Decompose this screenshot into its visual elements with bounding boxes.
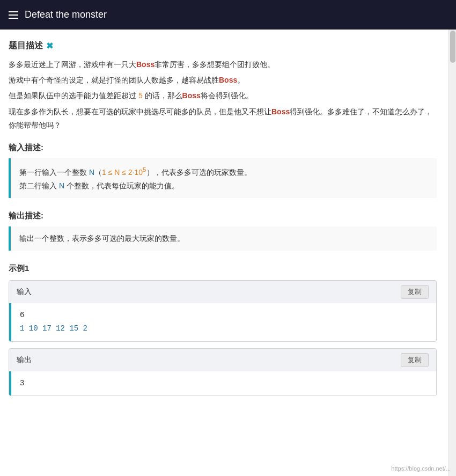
problem-section-title: 题目描述 ✖ [9,40,437,52]
example-output-value: 3 [20,377,428,390]
example-input-block: 输入 复制 6 1 10 17 12 15 2 [9,280,437,341]
example-input-line1: 6 [20,309,428,322]
example-output-copy-button[interactable]: 复制 [401,353,429,367]
main-content: 题目描述 ✖ 多多最近迷上了网游，游戏中有一只大Boss非常厉害，多多想要组个团… [0,30,445,424]
example-output-header: 输出 复制 [9,349,436,371]
input-section: 输入描述: 第一行输入一个整数 N（1 ≤ N ≤ 2·105），代表多多可选的… [9,143,437,198]
menu-icon[interactable] [9,11,18,19]
output-section-title: 输出描述: [9,211,437,221]
example-input-line2: 1 10 17 12 15 2 [20,322,428,335]
example-output-label: 输出 [17,355,32,365]
output-description-box: 输出一个整数，表示多多可选的最大玩家的数量。 [9,226,437,251]
desc-line-1: 多多最近迷上了网游，游戏中有一只大Boss非常厉害，多多想要组个团打败他。 [9,58,437,71]
example-input-header: 输入 复制 [9,281,436,303]
example-input-body: 6 1 10 17 12 15 2 [9,303,436,341]
problem-description: 多多最近迷上了网游，游戏中有一只大Boss非常厉害，多多想要组个团打败他。 游戏… [9,58,437,132]
input-description-box: 第一行输入一个整数 N（1 ≤ N ≤ 2·105），代表多多可选的玩家数量。 … [9,158,437,198]
desc-line-4: 现在多多作为队长，想要在可选的玩家中挑选尽可能多的队员，但是他又不想让Boss得… [9,105,437,132]
output-section: 输出描述: 输出一个整数，表示多多可选的最大玩家的数量。 [9,211,437,251]
desc-line-3: 但是如果队伍中的选手能力值差距超过 5 的话，那么Boss将会得到强化。 [9,89,437,102]
example-section: 示例1 输入 复制 6 1 10 17 12 15 2 输出 复制 3 [9,263,437,396]
scrollbar-thumb[interactable] [450,31,455,63]
example-title: 示例1 [9,263,437,274]
example-input-copy-button[interactable]: 复制 [401,285,429,299]
input-desc-line-1: 第一行输入一个整数 N（1 ≤ N ≤ 2·105），代表多多可选的玩家数量。 [19,164,428,179]
example-input-label: 输入 [17,287,32,297]
header: Defeat the monster [0,0,456,30]
example-output-body: 3 [9,371,436,396]
problem-title-text: 题目描述 [9,40,43,52]
input-section-title: 输入描述: [9,143,437,153]
desc-line-2: 游戏中有个奇怪的设定，就是打怪的团队人数越多，越容易战胜Boss。 [9,74,437,87]
output-desc-line-1: 输出一个整数，表示多多可选的最大玩家的数量。 [19,232,428,245]
input-desc-line-2: 第二行输入 N 个整数，代表每位玩家的能力值。 [19,179,428,193]
tag-icon: ✖ [46,41,53,51]
example-output-block: 输出 复制 3 [9,348,437,396]
scrollbar-track[interactable] [448,30,456,424]
page-title: Defeat the monster [25,9,107,20]
